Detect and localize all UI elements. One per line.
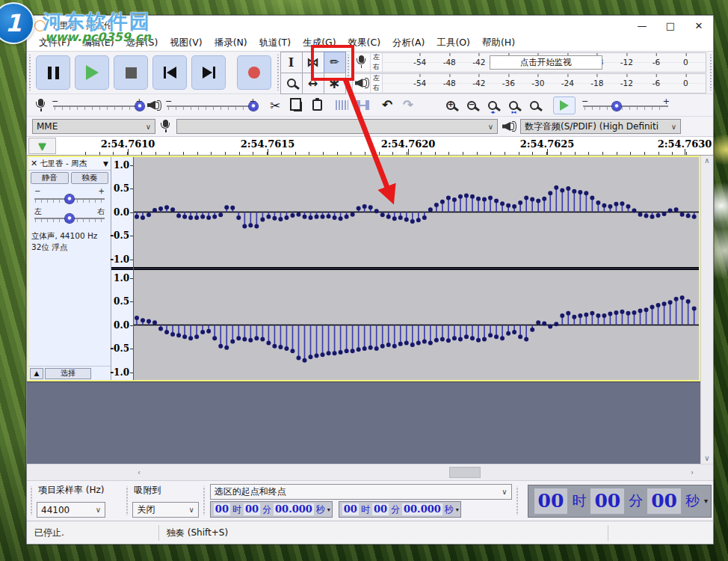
recording-meter[interactable]: 左右 -54-48-42-36-30-24-18-12-60点击开始监视	[352, 52, 706, 73]
vertical-scrollbar[interactable]: ∧ ∨	[700, 156, 713, 464]
selection-end-field[interactable]: 00时00分00.000秒▾	[339, 501, 461, 518]
monitor-overlay[interactable]: 点击开始监视	[490, 55, 602, 70]
selection-mode-select[interactable]: 选区的起点和终点 ∨	[210, 484, 512, 500]
record-volume-thumb[interactable]	[135, 102, 144, 111]
solo-button[interactable]: 独奏	[71, 172, 109, 184]
time-value[interactable]: 00	[342, 503, 359, 515]
menu-item-7[interactable]: 效果(C)	[342, 37, 386, 49]
horizontal-scrollbar[interactable]: ‹ ›	[27, 464, 713, 480]
multi-tool-button[interactable]: ∗	[324, 73, 346, 94]
redo-button[interactable]: ↷	[398, 96, 418, 114]
menu-item-5[interactable]: 轨道(T)	[253, 37, 297, 49]
selection-gripper[interactable]	[203, 486, 206, 515]
time-value[interactable]: 00	[534, 488, 568, 514]
mute-button[interactable]: 静音	[31, 172, 69, 184]
empty-track-area[interactable]	[27, 381, 700, 464]
track-gain-thumb[interactable]	[65, 194, 74, 203]
track-title[interactable]: 七里香 - 周杰	[40, 159, 101, 169]
audio-host-select[interactable]: MME ∨	[32, 119, 155, 134]
scroll-down-arrow[interactable]: ∨	[704, 455, 709, 462]
track-pan-thumb[interactable]	[65, 214, 74, 223]
waveform-left-channel[interactable]	[134, 157, 699, 267]
fit-selection-button[interactable]: ◂▸	[483, 96, 502, 114]
playback-meter[interactable]: 左右 -54-48-42-36-30-24-18-12-60	[352, 73, 706, 94]
menu-item-9[interactable]: 工具(O)	[431, 37, 476, 49]
track-collapse-button[interactable]: ▲	[30, 368, 43, 379]
track-pan-slider[interactable]: 左 右	[34, 206, 105, 224]
recording-meter-scale[interactable]: -54-48-42-36-30-24-18-12-60点击开始监视	[383, 53, 706, 72]
track-gain-slider[interactable]: − +	[34, 187, 105, 205]
playback-meter-scale[interactable]: -54-48-42-36-30-24-18-12-60	[383, 74, 706, 93]
selection-tool-button[interactable]: I	[280, 52, 303, 73]
project-rate-select[interactable]: 44100 ∨	[37, 502, 105, 518]
vertical-ruler-left-channel[interactable]: 1.00.50.0-0.5-1.0	[111, 157, 133, 267]
silence-audio-button[interactable]	[353, 96, 372, 114]
time-value[interactable]: 00	[372, 503, 389, 515]
time-shift-tool-button[interactable]: ↔	[302, 73, 324, 94]
maximize-button[interactable]: □	[656, 16, 685, 35]
zoom-out-button[interactable]: −	[462, 96, 481, 114]
scroll-up-arrow[interactable]: ∧	[704, 157, 709, 165]
stop-button[interactable]	[114, 55, 148, 90]
menu-item-6[interactable]: 生成(G)	[297, 37, 342, 49]
time-value[interactable]: 00	[590, 488, 624, 514]
envelope-tool-button[interactable]: ⋈	[302, 52, 324, 73]
horizontal-scroll-thumb[interactable]	[449, 467, 481, 478]
draw-tool-button[interactable]: ✏	[324, 52, 346, 73]
recording-device-select[interactable]: ∨	[176, 119, 498, 134]
track-select-button[interactable]: 选择	[45, 368, 91, 379]
copy-button[interactable]	[286, 96, 306, 114]
time-value[interactable]: 00	[647, 488, 681, 514]
transport-toolbar-gripper[interactable]	[28, 55, 31, 91]
playback-volume-thumb[interactable]	[249, 102, 258, 111]
trim-audio-button[interactable]	[332, 96, 351, 114]
cut-button[interactable]: ✂	[265, 96, 285, 114]
track-close-icon[interactable]: ✕	[31, 159, 37, 168]
timeline-ruler[interactable]: ▼ 2:54.76102:54.76152:54.76202:54.76252:…	[27, 137, 713, 156]
audio-position-display[interactable]: 00时00分00秒▾	[528, 485, 712, 518]
zoom-in-button[interactable]: +	[441, 96, 460, 114]
vertical-ruler[interactable]: 1.00.50.0-0.5-1.0 1.00.50.0-0.5-1.0	[111, 157, 134, 380]
snap-gripper[interactable]	[125, 486, 129, 515]
pause-button[interactable]	[36, 55, 70, 90]
dock-right-gripper[interactable]	[709, 55, 712, 91]
bigtime-gripper[interactable]	[516, 486, 519, 515]
zoom-tool-button[interactable]	[280, 73, 303, 94]
skip-to-end-button[interactable]	[191, 55, 226, 90]
record-button[interactable]	[237, 55, 271, 90]
track-menu-icon[interactable]: ▼	[103, 160, 108, 168]
selection-start-field[interactable]: 00时00分00.000秒▾	[210, 501, 333, 518]
snap-select[interactable]: 关闭 ∨	[132, 502, 198, 518]
play-button[interactable]	[75, 55, 109, 90]
menu-item-8[interactable]: 分析(A)	[386, 37, 431, 49]
tools-toolbar-gripper[interactable]	[276, 55, 280, 91]
fit-project-button[interactable]: ▸◂	[504, 96, 523, 114]
time-value[interactable]: 00.000	[402, 503, 442, 515]
time-format-dropdown-icon[interactable]: ▾	[456, 506, 459, 513]
skip-to-start-button[interactable]	[152, 55, 187, 90]
vertical-ruler-right-channel[interactable]: 1.00.50.0-0.5-1.0	[111, 270, 133, 380]
play-speed-slider[interactable]: − +	[582, 99, 670, 112]
minimize-button[interactable]: —	[628, 16, 656, 35]
meter-toolbar-gripper[interactable]	[346, 55, 350, 91]
time-value[interactable]: 00	[244, 503, 260, 515]
time-format-dropdown-icon[interactable]: ▾	[327, 506, 330, 513]
undo-button[interactable]: ↶	[377, 96, 397, 114]
scroll-right-arrow[interactable]: ›	[686, 465, 698, 480]
menu-item-10[interactable]: 帮助(H)	[476, 37, 521, 49]
time-format-dropdown-icon[interactable]: ▾	[704, 497, 708, 505]
menu-item-3[interactable]: 视图(V)	[164, 37, 208, 49]
play-at-speed-button[interactable]	[553, 96, 576, 114]
timeline-options-button[interactable]: ▼	[28, 138, 56, 154]
zoom-toggle-button[interactable]	[525, 96, 544, 114]
playback-device-select[interactable]: 数字音频(S/PDIF) (High Definiti ∨	[520, 119, 681, 134]
play-speed-thumb[interactable]	[612, 102, 621, 111]
record-volume-slider[interactable]: − +	[52, 99, 143, 112]
waveform-right-channel[interactable]	[134, 270, 699, 380]
time-value[interactable]: 00	[214, 503, 230, 515]
playback-volume-slider[interactable]: − +	[165, 99, 256, 112]
menu-item-4[interactable]: 播录(N)	[209, 37, 253, 49]
scroll-left-arrow[interactable]: ‹	[133, 465, 145, 480]
paste-button[interactable]	[307, 96, 327, 114]
time-value[interactable]: 00.000	[274, 503, 314, 515]
